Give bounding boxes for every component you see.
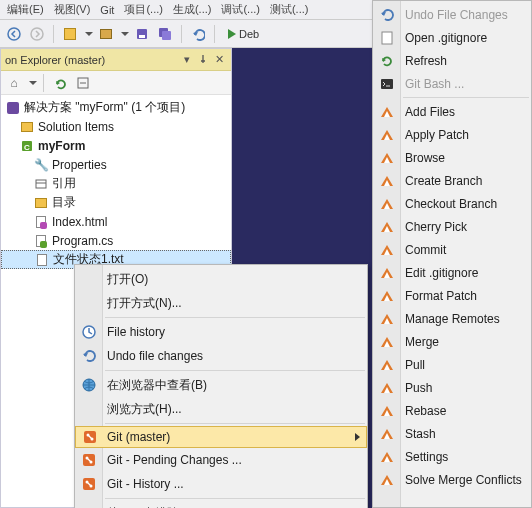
folder-node[interactable]: 目录	[1, 193, 231, 212]
chevron-down-icon[interactable]	[85, 32, 93, 36]
fox-icon	[378, 379, 396, 397]
play-icon	[228, 29, 236, 39]
menu-edit[interactable]: 编辑(E)	[2, 2, 49, 17]
new-project-button[interactable]	[60, 24, 80, 44]
solution-tree: 解决方案 "myForm" (1 个项目) Solution Items C m…	[1, 95, 231, 269]
undo-button[interactable]	[188, 24, 208, 44]
close-icon[interactable]: ✕	[211, 53, 227, 66]
git-icon	[80, 451, 98, 469]
open-button[interactable]	[96, 24, 116, 44]
git-pull[interactable]: Pull	[373, 353, 531, 376]
back-button[interactable]	[4, 24, 24, 44]
git-commit[interactable]: Commit	[373, 238, 531, 261]
git-cherry-pick[interactable]: Cherry Pick	[373, 215, 531, 238]
references-node[interactable]: 引用	[1, 174, 231, 193]
ctx-open-with[interactable]: 打开方式(N)...	[75, 291, 367, 315]
git-push[interactable]: Push	[373, 376, 531, 399]
git-edit-gitignore[interactable]: Edit .gitignore	[373, 261, 531, 284]
fox-icon	[378, 471, 396, 489]
fox-icon	[378, 218, 396, 236]
page-icon	[378, 29, 396, 47]
menu-debug[interactable]: 调试(...)	[216, 2, 265, 17]
refresh-icon	[378, 52, 396, 70]
pin-icon[interactable]	[195, 54, 211, 66]
home-button[interactable]: ⌂	[4, 73, 24, 93]
menu-view[interactable]: 视图(V)	[49, 2, 96, 17]
git-solve-conflicts[interactable]: Solve Merge Conflicts	[373, 468, 531, 491]
file-index-html[interactable]: Index.html	[1, 212, 231, 231]
git-undo-file-changes: Undo File Changes	[373, 3, 531, 26]
folder-icon	[19, 119, 35, 135]
cs-file-icon	[33, 233, 49, 249]
git-bash: Git Bash ...	[373, 72, 531, 95]
ctx-open[interactable]: 打开(O)	[75, 267, 367, 291]
save-button[interactable]	[132, 24, 152, 44]
git-settings[interactable]: Settings	[373, 445, 531, 468]
fox-icon	[378, 241, 396, 259]
svg-text:C: C	[24, 143, 30, 152]
fox-icon	[378, 402, 396, 420]
chevron-down-icon[interactable]	[121, 32, 129, 36]
globe-icon	[80, 376, 98, 394]
git-merge[interactable]: Merge	[373, 330, 531, 353]
git-browse[interactable]: Browse	[373, 146, 531, 169]
ctx-browse-with[interactable]: 浏览方式(H)...	[75, 397, 367, 421]
chevron-right-icon	[355, 433, 360, 441]
html-file-icon	[33, 214, 49, 230]
git-add-files[interactable]: Add Files	[373, 100, 531, 123]
git-rebase[interactable]: Rebase	[373, 399, 531, 422]
fox-icon	[378, 287, 396, 305]
separator	[105, 498, 365, 499]
ctx-exclude[interactable]: 从项目中排除(J)	[75, 501, 367, 508]
fox-icon	[378, 425, 396, 443]
context-menu: 打开(O) 打开方式(N)... File history Undo file …	[74, 264, 368, 508]
git-manage-remotes[interactable]: Manage Remotes	[373, 307, 531, 330]
menu-build[interactable]: 生成(...)	[168, 2, 217, 17]
menu-git[interactable]: Git	[95, 4, 119, 16]
dropdown-icon[interactable]: ▾	[179, 53, 195, 66]
collapse-button[interactable]	[73, 73, 93, 93]
undo-icon	[378, 6, 396, 24]
csproj-icon: C	[19, 138, 35, 154]
git-icon	[80, 475, 98, 493]
git-submenu: Undo File Changes Open .gitignore Refres…	[372, 0, 532, 508]
save-all-button[interactable]	[155, 24, 175, 44]
git-stash[interactable]: Stash	[373, 422, 531, 445]
start-debug-button[interactable]: Deb	[221, 25, 266, 43]
forward-button[interactable]	[27, 24, 47, 44]
ctx-git-pending[interactable]: Git - Pending Changes ...	[75, 448, 367, 472]
chevron-down-icon[interactable]	[29, 81, 37, 85]
fox-icon	[378, 103, 396, 121]
menu-project[interactable]: 项目(...)	[119, 2, 168, 17]
solution-icon	[5, 100, 21, 116]
fox-icon	[378, 333, 396, 351]
git-refresh[interactable]: Refresh	[373, 49, 531, 72]
ctx-view-in-browser[interactable]: 在浏览器中查看(B)	[75, 373, 367, 397]
solution-items-node[interactable]: Solution Items	[1, 117, 231, 136]
git-apply-patch[interactable]: Apply Patch	[373, 123, 531, 146]
ctx-git-submenu[interactable]: Git (master)	[75, 426, 367, 448]
panel-titlebar[interactable]: on Explorer (master) ▾ ✕	[1, 49, 231, 71]
file-program-cs[interactable]: Program.cs	[1, 231, 231, 250]
folder-icon	[33, 195, 49, 211]
ctx-file-history[interactable]: File history	[75, 320, 367, 344]
project-node[interactable]: C myForm	[1, 136, 231, 155]
references-icon	[33, 176, 49, 192]
git-checkout-branch[interactable]: Checkout Branch	[373, 192, 531, 215]
properties-node[interactable]: 🔧 Properties	[1, 155, 231, 174]
ctx-undo-file-changes[interactable]: Undo file changes	[75, 344, 367, 368]
separator	[105, 370, 365, 371]
sync-button[interactable]	[50, 73, 70, 93]
git-format-patch[interactable]: Format Patch	[373, 284, 531, 307]
solution-node[interactable]: 解决方案 "myForm" (1 个项目)	[1, 98, 231, 117]
svg-point-11	[31, 28, 43, 40]
clock-icon	[80, 323, 98, 341]
wrench-icon: 🔧	[33, 157, 49, 173]
git-create-branch[interactable]: Create Branch	[373, 169, 531, 192]
menu-test[interactable]: 测试(...)	[265, 2, 314, 17]
debug-label: Deb	[239, 28, 259, 40]
git-open-gitignore[interactable]: Open .gitignore	[373, 26, 531, 49]
separator	[105, 423, 365, 424]
ctx-git-history[interactable]: Git - History ...	[75, 472, 367, 496]
svg-rect-15	[162, 31, 171, 40]
